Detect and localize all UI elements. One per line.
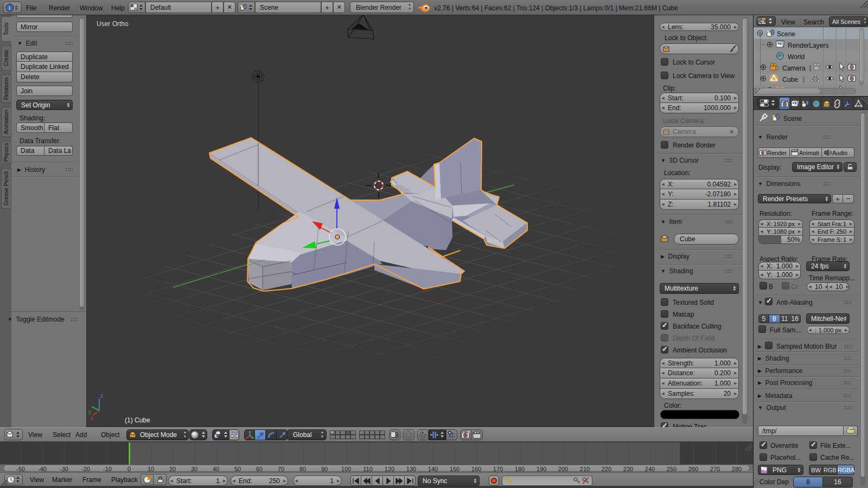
- svg-text:x: x: [91, 415, 93, 421]
- svg-text:User Ortho: User Ortho: [97, 20, 129, 28]
- svg-text:i: i: [9, 4, 10, 11]
- svg-text:z: z: [100, 393, 103, 399]
- svg-text:y: y: [88, 409, 91, 415]
- svg-text:(1) Cube: (1) Cube: [125, 416, 150, 424]
